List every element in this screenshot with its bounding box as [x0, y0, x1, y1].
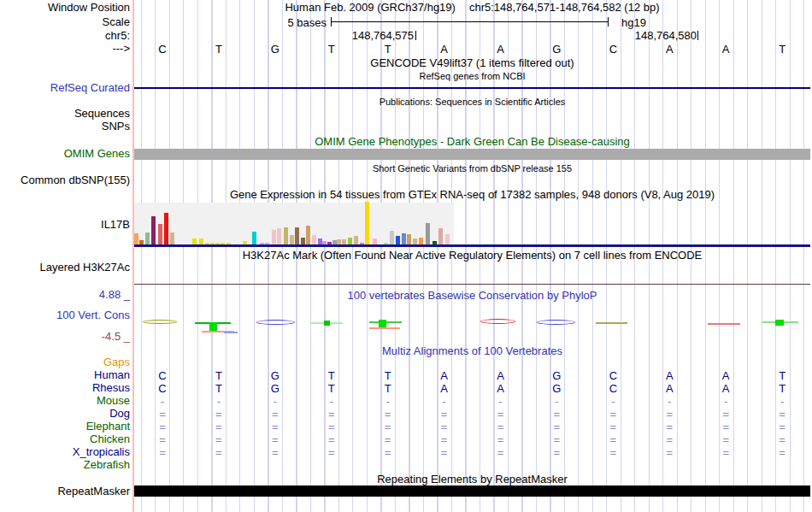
- alignment-cell: =: [191, 408, 247, 421]
- gtex-expression-bar[interactable]: [354, 236, 358, 244]
- gtex-expression-bar[interactable]: [164, 213, 168, 244]
- gtex-expression-bar[interactable]: [301, 238, 305, 244]
- alignment-cell: A: [416, 369, 473, 382]
- common-dbsnp-label[interactable]: Common dbSNP(155): [0, 174, 130, 186]
- refseq-curated-label[interactable]: RefSeq Curated: [0, 82, 130, 94]
- alignment-cell: =: [303, 421, 360, 433]
- repeatmasker-label[interactable]: RepeatMasker: [0, 486, 130, 497]
- gtex-expression-bar[interactable]: [158, 224, 162, 244]
- alignment-cell: =: [360, 408, 416, 421]
- alignment-cell: -: [416, 395, 473, 408]
- alignment-cell: =: [641, 446, 697, 459]
- alignment-cell: -: [528, 395, 585, 408]
- alignment-cell: =: [641, 421, 697, 433]
- alignment-cell: =: [754, 446, 810, 459]
- alignment-cell: =: [247, 433, 303, 446]
- gtex-expression-bar[interactable]: [312, 235, 316, 244]
- alignment-cell: =: [528, 433, 585, 446]
- alignment-cell: A: [641, 369, 697, 382]
- chrom-label: chr5:: [0, 30, 130, 42]
- alignment-cell: =: [473, 433, 529, 446]
- repeatmasker-item[interactable]: [134, 486, 810, 497]
- multiz-species-label[interactable]: X_tropicalis: [0, 446, 130, 458]
- alignment-cell: -: [360, 395, 416, 408]
- omim-gene-item[interactable]: [134, 149, 810, 160]
- multiz-species-label[interactable]: Chicken: [0, 433, 130, 445]
- gtex-expression-bar[interactable]: [407, 234, 411, 244]
- alignment-cell: =: [641, 433, 697, 446]
- gtex-plot[interactable]: [134, 203, 454, 245]
- base-letter: G: [528, 43, 585, 56]
- gtex-expression-bar[interactable]: [151, 216, 156, 244]
- h3k27ac-signal-line: [134, 284, 810, 285]
- alignment-cell: =: [134, 421, 191, 433]
- gtex-expression-bar[interactable]: [170, 232, 174, 244]
- gtex-expression-bar[interactable]: [438, 228, 443, 244]
- scale-bar-right-tick: [608, 17, 609, 26]
- alignment-cell: =: [585, 408, 641, 421]
- gtex-gene-label[interactable]: IL17B: [0, 219, 130, 231]
- dbsnp-track-title: Short Genetic Variants from dbSNP releas…: [134, 162, 810, 174]
- vert-cons-label[interactable]: 100 Vert. Cons: [0, 309, 130, 321]
- gtex-expression-bar[interactable]: [390, 231, 394, 244]
- snps-label[interactable]: SNPs: [0, 121, 130, 132]
- multiz-species-label[interactable]: Dog: [0, 408, 130, 420]
- multiz-row-rhesus: RhesusCTGTTAAGCAAT: [0, 382, 812, 395]
- multiz-row-elephant: Elephant============: [0, 421, 812, 433]
- gtex-expression-bar[interactable]: [373, 238, 377, 244]
- phylop-mark: [379, 320, 386, 327]
- position-range-label: chr5:148,764,571-148,764,582 (12 bp): [469, 1, 660, 14]
- multiz-species-label[interactable]: Elephant: [0, 421, 130, 433]
- gtex-expression-bar[interactable]: [199, 238, 203, 244]
- gtex-expression-bar[interactable]: [284, 227, 288, 244]
- base-letter: C: [134, 43, 191, 56]
- gtex-expression-bar[interactable]: [192, 238, 197, 244]
- phylop-mark: [537, 320, 575, 325]
- gtex-expression-bar[interactable]: [145, 232, 150, 244]
- coordinate-left: 148,764,575: [291, 29, 414, 42]
- gtex-expression-bar[interactable]: [134, 233, 138, 244]
- gtex-expression-bar[interactable]: [413, 238, 417, 244]
- gtex-expression-bar[interactable]: [445, 234, 450, 244]
- gtex-expression-bar[interactable]: [277, 228, 281, 244]
- base-letter: T: [360, 43, 416, 56]
- conservation-track[interactable]: [134, 316, 810, 338]
- gtex-expression-bar[interactable]: [402, 233, 406, 244]
- alignment-cell: =: [585, 446, 641, 459]
- alignment-cell: =: [360, 446, 416, 459]
- layered-h3k27ac-label[interactable]: Layered H3K27Ac: [0, 262, 130, 274]
- sequences-label[interactable]: Sequences: [0, 108, 130, 120]
- alignment-cell: =: [528, 446, 585, 459]
- alignment-cell: =: [416, 433, 473, 446]
- gtex-expression-bar[interactable]: [252, 232, 256, 244]
- alignment-cell: =: [191, 446, 247, 459]
- gtex-expression-bar[interactable]: [419, 238, 423, 244]
- gtex-expression-bar[interactable]: [396, 236, 400, 244]
- gtex-expression-bar[interactable]: [426, 223, 430, 244]
- gtex-expression-bar[interactable]: [365, 202, 369, 244]
- omim-genes-label[interactable]: OMIM Genes: [0, 148, 130, 160]
- multiz-species-label[interactable]: Mouse: [0, 395, 130, 407]
- phylop-mark: [256, 320, 295, 325]
- gtex-expression-bar[interactable]: [295, 227, 299, 244]
- alignment-cell: T: [754, 369, 810, 382]
- multiz-species-label[interactable]: Zebrafish: [0, 459, 130, 471]
- phylop-mark: [596, 322, 627, 324]
- multiz-species-label[interactable]: Rhesus: [0, 382, 130, 394]
- multiz-species-label[interactable]: Human: [0, 369, 130, 381]
- gtex-track-title: Gene Expression in 54 tissues from GTEx …: [134, 189, 810, 201]
- gtex-expression-bar[interactable]: [306, 226, 310, 244]
- multiz-species-label[interactable]: Gaps: [0, 356, 130, 368]
- phylop-mark: [775, 320, 784, 326]
- base-letter: T: [754, 43, 810, 56]
- alignment-cell: A: [697, 382, 754, 395]
- multiz-cells: CTGTTAAGCAAT: [134, 382, 810, 395]
- alignment-cell: =: [473, 446, 529, 459]
- gtex-expression-bar[interactable]: [290, 235, 294, 244]
- gtex-expression-bar[interactable]: [348, 238, 352, 244]
- refseq-curated-item[interactable]: [134, 87, 810, 89]
- multiz-cells: ============: [134, 433, 810, 446]
- gtex-expression-bar[interactable]: [272, 230, 276, 244]
- alignment-cell: =: [416, 446, 473, 459]
- alignment-cell: =: [191, 433, 247, 446]
